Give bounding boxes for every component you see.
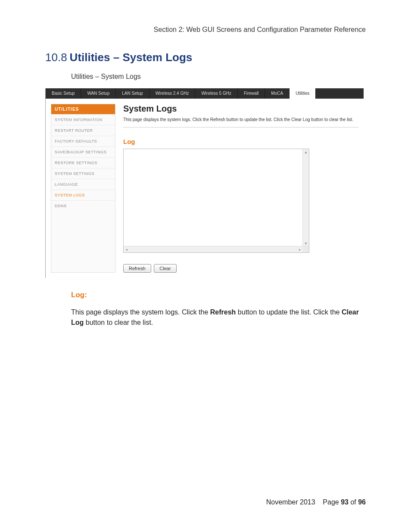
page-description: This page displays the system logs. Clic… (123, 117, 358, 128)
footer-page-total: 96 (358, 498, 366, 506)
heading-number: 10.8 (45, 51, 67, 64)
top-nav: Basic Setup WAN Setup LAN Setup Wireless… (46, 88, 364, 99)
scroll-right-icon[interactable]: ▸ (297, 246, 303, 252)
tab-wireless-5[interactable]: Wireless 5 GHz (195, 88, 237, 99)
tab-wireless-2-4[interactable]: Wireless 2.4 GHz (149, 88, 196, 99)
heading-title: Utilities – System Logs (70, 51, 193, 64)
scroll-down-icon[interactable]: ▼ (303, 240, 309, 246)
sidebar-item-system-logs[interactable]: SYSTEM LOGS (51, 190, 115, 200)
page-footer: November 2013 Page 93 of 96 (266, 498, 366, 506)
doc-text: button to clear the list. (84, 319, 153, 326)
footer-date: November 2013 (266, 498, 315, 506)
tab-basic-setup[interactable]: Basic Setup (46, 88, 81, 99)
horizontal-scrollbar[interactable]: ◂ ▸ (124, 246, 309, 252)
sidebar-header: UTILITIES (51, 104, 115, 114)
subheading: Utilities – System Logs (71, 73, 366, 81)
section-header: Section 2: Web GUI Screens and Configura… (45, 26, 366, 34)
nav-spacer (316, 88, 364, 99)
doc-paragraph: This page displays the system logs. Clic… (71, 307, 364, 328)
scroll-left-icon[interactable]: ◂ (124, 246, 130, 252)
log-textarea[interactable]: ▲ ▼ ◂ ▸ (123, 149, 309, 253)
scroll-up-icon[interactable]: ▲ (303, 149, 309, 155)
sidebar-item-language[interactable]: LANGUAGE (51, 179, 115, 190)
tab-wan-setup[interactable]: WAN Setup (81, 88, 116, 99)
sidebar-item-ddns[interactable]: DDNS (51, 200, 115, 211)
sidebar-item-restore-settings[interactable]: RESTORE SETTINGS (51, 157, 115, 168)
clear-button[interactable]: Clear (154, 264, 176, 273)
tab-firewall[interactable]: Firewall (238, 88, 265, 99)
heading: 10.8 Utilities – System Logs (45, 51, 366, 64)
vertical-scrollbar[interactable]: ▲ ▼ (302, 149, 309, 246)
log-section-label: Log (123, 138, 358, 145)
footer-page-label: Page (323, 498, 341, 506)
footer-page-current: 93 (341, 498, 349, 506)
doc-text: button to update the list. Click the (236, 308, 341, 316)
tab-utilities[interactable]: Utilities (290, 88, 316, 99)
footer-page-of: of (349, 498, 358, 506)
sidebar-item-system-settings[interactable]: SYSTEM SETTINGS (51, 168, 115, 179)
sidebar-item-save-backup[interactable]: SAVE/BACKUP SETTINGS (51, 146, 115, 157)
page-title: System Logs (123, 104, 358, 114)
resize-grip-icon (303, 246, 309, 252)
doc-text: This page displays the system logs. Clic… (71, 308, 210, 316)
sidebar-item-restart-router[interactable]: RESTART ROUTER (51, 125, 115, 136)
tab-lan-setup[interactable]: LAN Setup (116, 88, 149, 99)
sidebar-item-factory-defaults[interactable]: FACTORY DEFAULTS (51, 136, 115, 146)
doc-bold-refresh: Refresh (210, 308, 236, 316)
sidebar-item-system-information[interactable]: SYSTEM INFORMATION (51, 114, 115, 125)
button-row: Refresh Clear (123, 264, 358, 273)
refresh-button[interactable]: Refresh (123, 264, 151, 273)
embedded-screenshot: Basic Setup WAN Setup LAN Setup Wireless… (45, 88, 366, 278)
tab-moca[interactable]: MoCA (265, 88, 290, 99)
doc-log-heading: Log: (71, 291, 366, 299)
sidebar: UTILITIES SYSTEM INFORMATION RESTART ROU… (51, 104, 115, 273)
